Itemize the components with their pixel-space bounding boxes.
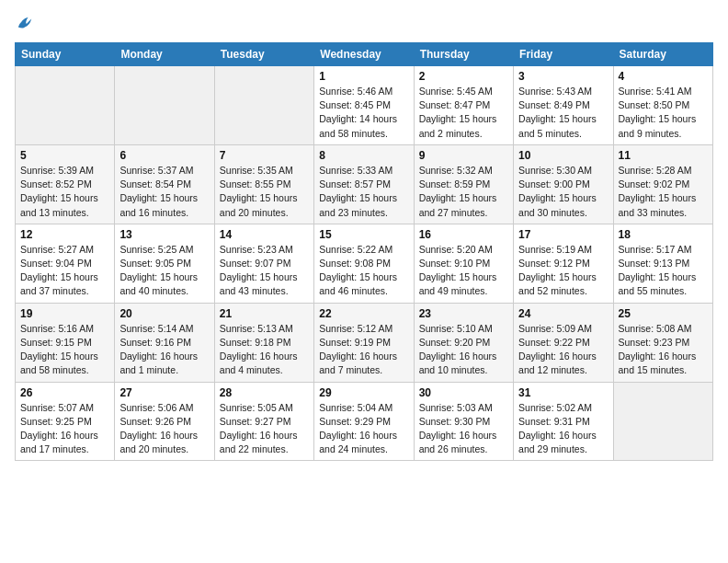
day-number: 4 <box>619 70 708 83</box>
day-number: 23 <box>419 307 508 320</box>
calendar-cell: 12Sunrise: 5:27 AMSunset: 9:04 PMDayligh… <box>16 224 115 303</box>
day-info: Sunrise: 5:30 AMSunset: 9:00 PMDaylight:… <box>518 164 608 220</box>
weekday-header-monday: Monday <box>115 43 214 66</box>
day-number: 5 <box>20 149 109 162</box>
day-number: 6 <box>119 149 209 162</box>
day-number: 14 <box>220 228 309 241</box>
day-info: Sunrise: 5:07 AMSunset: 9:25 PMDaylight:… <box>20 401 109 457</box>
day-number: 13 <box>119 228 209 241</box>
calendar-cell: 31Sunrise: 5:02 AMSunset: 9:31 PMDayligh… <box>514 382 613 461</box>
calendar-cell: 15Sunrise: 5:22 AMSunset: 9:08 PMDayligh… <box>314 224 414 303</box>
calendar-cell <box>613 382 712 461</box>
day-info: Sunrise: 5:16 AMSunset: 9:15 PMDaylight:… <box>20 322 109 378</box>
calendar-table: SundayMondayTuesdayWednesdayThursdayFrid… <box>15 42 713 461</box>
calendar-cell: 27Sunrise: 5:06 AMSunset: 9:26 PMDayligh… <box>115 382 214 461</box>
day-number: 17 <box>518 228 608 241</box>
day-number: 9 <box>419 149 508 162</box>
logo-bird-icon <box>17 15 33 31</box>
calendar-cell: 19Sunrise: 5:16 AMSunset: 9:15 PMDayligh… <box>16 303 115 382</box>
day-number: 7 <box>220 149 309 162</box>
calendar-cell <box>115 66 214 145</box>
day-number: 26 <box>20 386 109 399</box>
calendar-cell: 18Sunrise: 5:17 AMSunset: 9:13 PMDayligh… <box>613 224 712 303</box>
day-info: Sunrise: 5:27 AMSunset: 9:04 PMDaylight:… <box>20 243 109 299</box>
calendar-cell: 10Sunrise: 5:30 AMSunset: 9:00 PMDayligh… <box>514 144 613 224</box>
weekday-header-thursday: Thursday <box>414 43 513 66</box>
day-info: Sunrise: 5:13 AMSunset: 9:18 PMDaylight:… <box>220 322 309 378</box>
calendar-cell: 7Sunrise: 5:35 AMSunset: 8:55 PMDaylight… <box>214 144 313 224</box>
day-info: Sunrise: 5:08 AMSunset: 9:23 PMDaylight:… <box>619 322 708 378</box>
day-info: Sunrise: 5:10 AMSunset: 9:20 PMDaylight:… <box>419 322 508 378</box>
calendar-cell: 6Sunrise: 5:37 AMSunset: 8:54 PMDaylight… <box>115 144 214 224</box>
calendar-cell: 21Sunrise: 5:13 AMSunset: 9:18 PMDayligh… <box>214 303 313 382</box>
day-number: 27 <box>119 386 209 399</box>
calendar-cell: 9Sunrise: 5:32 AMSunset: 8:59 PMDaylight… <box>414 144 513 224</box>
calendar-cell: 13Sunrise: 5:25 AMSunset: 9:05 PMDayligh… <box>115 224 214 303</box>
day-number: 18 <box>619 228 708 241</box>
calendar-cell: 22Sunrise: 5:12 AMSunset: 9:19 PMDayligh… <box>314 303 414 382</box>
calendar-cell: 23Sunrise: 5:10 AMSunset: 9:20 PMDayligh… <box>414 303 513 382</box>
day-info: Sunrise: 5:37 AMSunset: 8:54 PMDaylight:… <box>119 164 209 220</box>
day-info: Sunrise: 5:23 AMSunset: 9:07 PMDaylight:… <box>220 243 309 299</box>
day-number: 2 <box>419 70 508 83</box>
weekday-header-friday: Friday <box>514 43 613 66</box>
day-info: Sunrise: 5:04 AMSunset: 9:29 PMDaylight:… <box>319 401 408 457</box>
day-number: 29 <box>319 386 408 399</box>
day-info: Sunrise: 5:12 AMSunset: 9:19 PMDaylight:… <box>319 322 408 378</box>
day-info: Sunrise: 5:05 AMSunset: 9:27 PMDaylight:… <box>220 401 309 457</box>
day-number: 28 <box>220 386 309 399</box>
day-number: 30 <box>419 386 508 399</box>
day-info: Sunrise: 5:39 AMSunset: 8:52 PMDaylight:… <box>20 164 109 220</box>
day-number: 24 <box>518 307 608 320</box>
day-info: Sunrise: 5:20 AMSunset: 9:10 PMDaylight:… <box>419 243 508 299</box>
day-number: 1 <box>319 70 408 83</box>
day-number: 22 <box>319 307 408 320</box>
calendar-cell: 4Sunrise: 5:41 AMSunset: 8:50 PMDaylight… <box>613 66 712 145</box>
day-info: Sunrise: 5:22 AMSunset: 9:08 PMDaylight:… <box>319 243 408 299</box>
weekday-header-tuesday: Tuesday <box>214 43 313 66</box>
calendar-cell: 28Sunrise: 5:05 AMSunset: 9:27 PMDayligh… <box>214 382 313 461</box>
calendar-week-1: 1Sunrise: 5:46 AMSunset: 8:45 PMDaylight… <box>16 66 713 145</box>
calendar-cell: 25Sunrise: 5:08 AMSunset: 9:23 PMDayligh… <box>613 303 712 382</box>
day-info: Sunrise: 5:45 AMSunset: 8:47 PMDaylight:… <box>419 85 508 141</box>
day-info: Sunrise: 5:28 AMSunset: 9:02 PMDaylight:… <box>619 164 708 220</box>
calendar-cell: 17Sunrise: 5:19 AMSunset: 9:12 PMDayligh… <box>514 224 613 303</box>
weekday-header-sunday: Sunday <box>16 43 115 66</box>
day-info: Sunrise: 5:35 AMSunset: 8:55 PMDaylight:… <box>220 164 309 220</box>
calendar-cell: 30Sunrise: 5:03 AMSunset: 9:30 PMDayligh… <box>414 382 513 461</box>
calendar-cell: 26Sunrise: 5:07 AMSunset: 9:25 PMDayligh… <box>16 382 115 461</box>
day-info: Sunrise: 5:43 AMSunset: 8:49 PMDaylight:… <box>518 85 608 141</box>
calendar-cell: 24Sunrise: 5:09 AMSunset: 9:22 PMDayligh… <box>514 303 613 382</box>
day-number: 11 <box>619 149 708 162</box>
calendar-cell: 8Sunrise: 5:33 AMSunset: 8:57 PMDaylight… <box>314 144 414 224</box>
calendar-week-4: 19Sunrise: 5:16 AMSunset: 9:15 PMDayligh… <box>16 303 713 382</box>
calendar-cell: 1Sunrise: 5:46 AMSunset: 8:45 PMDaylight… <box>314 66 414 145</box>
calendar-cell: 20Sunrise: 5:14 AMSunset: 9:16 PMDayligh… <box>115 303 214 382</box>
day-number: 15 <box>319 228 408 241</box>
day-number: 21 <box>220 307 309 320</box>
calendar-cell: 11Sunrise: 5:28 AMSunset: 9:02 PMDayligh… <box>613 144 712 224</box>
day-number: 8 <box>319 149 408 162</box>
day-number: 3 <box>518 70 608 83</box>
day-number: 25 <box>619 307 708 320</box>
day-info: Sunrise: 5:46 AMSunset: 8:45 PMDaylight:… <box>319 85 408 141</box>
weekday-header-row: SundayMondayTuesdayWednesdayThursdayFrid… <box>16 43 713 66</box>
page-header <box>15 15 713 31</box>
logo <box>15 15 33 31</box>
day-number: 16 <box>419 228 508 241</box>
day-info: Sunrise: 5:25 AMSunset: 9:05 PMDaylight:… <box>119 243 209 299</box>
day-number: 20 <box>119 307 209 320</box>
day-info: Sunrise: 5:14 AMSunset: 9:16 PMDaylight:… <box>119 322 209 378</box>
calendar-cell: 14Sunrise: 5:23 AMSunset: 9:07 PMDayligh… <box>214 224 313 303</box>
day-info: Sunrise: 5:33 AMSunset: 8:57 PMDaylight:… <box>319 164 408 220</box>
day-info: Sunrise: 5:41 AMSunset: 8:50 PMDaylight:… <box>619 85 708 141</box>
day-info: Sunrise: 5:32 AMSunset: 8:59 PMDaylight:… <box>419 164 508 220</box>
day-number: 12 <box>20 228 109 241</box>
day-info: Sunrise: 5:02 AMSunset: 9:31 PMDaylight:… <box>518 401 608 457</box>
weekday-header-saturday: Saturday <box>613 43 712 66</box>
day-number: 19 <box>20 307 109 320</box>
calendar-cell <box>16 66 115 145</box>
calendar-week-2: 5Sunrise: 5:39 AMSunset: 8:52 PMDaylight… <box>16 144 713 224</box>
calendar-cell: 3Sunrise: 5:43 AMSunset: 8:49 PMDaylight… <box>514 66 613 145</box>
calendar-cell: 2Sunrise: 5:45 AMSunset: 8:47 PMDaylight… <box>414 66 513 145</box>
